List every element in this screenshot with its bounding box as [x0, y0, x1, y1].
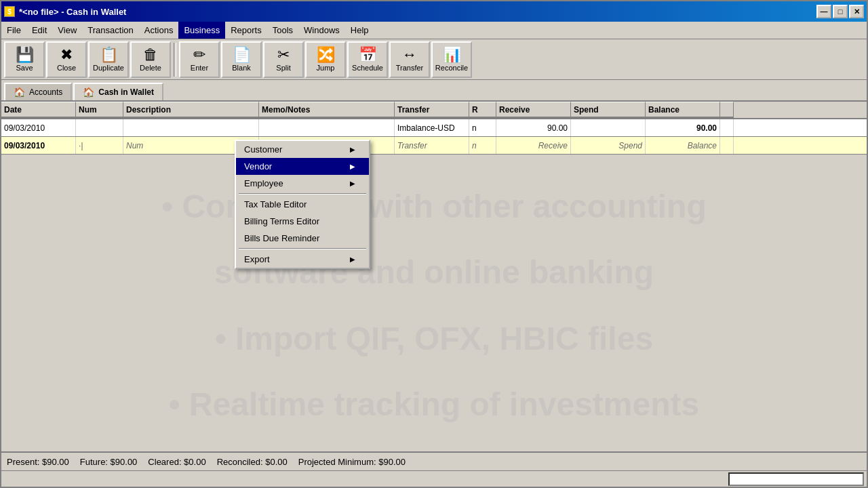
menu-tax-table[interactable]: Tax Table Editor [236, 196, 369, 213]
cell-date-1: 09/03/2010 [1, 119, 76, 136]
minimize-button[interactable]: — [816, 5, 831, 18]
col-r: R [469, 102, 496, 118]
menu-windows[interactable]: Windows [298, 22, 345, 39]
customer-arrow: ▶ [350, 146, 355, 153]
reconcile-icon: 📊 [443, 47, 461, 62]
col-receive: Receive [496, 102, 571, 118]
save-icon: 💾 [16, 47, 34, 62]
cash-tab-icon: 🏠 [83, 87, 94, 98]
tax-table-label: Tax Table Editor [244, 199, 307, 209]
blank-button[interactable]: 📄 Blank [221, 41, 262, 78]
cell-r-1: n [469, 119, 496, 136]
cell-num-input[interactable]: ·| [76, 137, 123, 154]
col-transfer: Transfer [395, 102, 469, 118]
schedule-button[interactable]: 📅 Schedule [347, 41, 388, 78]
table-body: 09/03/2010 Imbalance-USD n 90.00 90.00 0… [1, 119, 867, 451]
main-window: $ *<no file> - Cash in Wallet — □ ✕ File… [0, 0, 868, 488]
menu-transaction[interactable]: Transaction [82, 22, 138, 39]
table-area: Date Num Description Memo/Notes Transfer… [1, 102, 867, 451]
transfer-button[interactable]: ↔ Transfer [389, 41, 430, 78]
status-future: Future: $90.00 [80, 457, 138, 467]
accounts-tab-icon: 🏠 [14, 87, 25, 98]
menu-vendor[interactable]: Vendor ▶ [236, 158, 369, 175]
menu-reports[interactable]: Reports [225, 22, 267, 39]
billing-terms-label: Billing Terms Editor [244, 216, 319, 226]
menu-edit[interactable]: Edit [26, 22, 52, 39]
delete-icon: 🗑 [143, 47, 158, 62]
table-row[interactable]: 09/03/2010 Imbalance-USD n 90.00 90.00 [1, 119, 867, 137]
reconcile-label: Reconcile [435, 64, 468, 72]
col-description: Description [123, 102, 259, 118]
title-bar-buttons: — □ ✕ [816, 5, 864, 18]
toolbar-separator-1 [174, 43, 176, 77]
table-header: Date Num Description Memo/Notes Transfer… [1, 102, 867, 119]
cell-transfer-input[interactable]: Transfer [395, 137, 469, 154]
close-icon: ✖ [60, 47, 73, 62]
cell-num-1 [76, 119, 123, 136]
menu-tools[interactable]: Tools [267, 22, 298, 39]
save-button[interactable]: 💾 Save [4, 41, 45, 78]
delete-button[interactable]: 🗑 Delete [130, 41, 171, 78]
business-dropdown-menu: Customer ▶ Vendor ▶ Employee ▶ Tax Table… [235, 140, 370, 269]
menu-actions[interactable]: Actions [139, 22, 179, 39]
reconcile-button[interactable]: 📊 Reconcile [431, 41, 472, 78]
status-input-field[interactable] [728, 472, 864, 486]
schedule-icon: 📅 [359, 47, 377, 62]
cell-r-input: n [469, 137, 496, 154]
status-bar: Present: $90.00 Future: $90.00 Cleared: … [1, 451, 867, 470]
menu-export[interactable]: Export ▶ [236, 251, 369, 268]
menu-help[interactable]: Help [345, 22, 374, 39]
col-date: Date [1, 102, 76, 118]
employee-label: Employee [244, 178, 283, 188]
cell-spend-input[interactable]: Spend [571, 137, 646, 154]
cell-extra-input [720, 137, 734, 154]
split-label: Split [276, 64, 290, 72]
transfer-icon: ↔ [402, 47, 417, 62]
menu-employee[interactable]: Employee ▶ [236, 175, 369, 192]
cell-description-1 [123, 119, 259, 136]
cell-balance-input: Balance [646, 137, 720, 154]
cell-receive-1: 90.00 [496, 119, 571, 136]
duplicate-button[interactable]: 📋 Duplicate [88, 41, 129, 78]
cell-extra-1 [720, 119, 734, 136]
col-extra [720, 102, 734, 118]
table-row-input[interactable]: 09/03/2010 ·| Num Description Transfer n… [1, 137, 867, 155]
cell-receive-input[interactable]: Receive [496, 137, 571, 154]
jump-button[interactable]: 🔀 Jump [305, 41, 346, 78]
cell-balance-1: 90.00 [646, 119, 720, 136]
split-button[interactable]: ✂ Split [263, 41, 304, 78]
separator-2 [239, 248, 366, 249]
menu-business[interactable]: Business [178, 22, 225, 39]
blank-label: Blank [232, 64, 251, 72]
watermark-area: • Compatible with other accounting softw… [1, 160, 867, 451]
menu-bills-reminder[interactable]: Bills Due Reminder [236, 230, 369, 247]
close-button[interactable]: ✖ Close [46, 41, 87, 78]
title-bar-left: $ *<no file> - Cash in Wallet [4, 6, 126, 17]
col-spend: Spend [571, 102, 646, 118]
maximize-button[interactable]: □ [833, 5, 848, 18]
close-window-button[interactable]: ✕ [849, 5, 864, 18]
tab-cash-in-wallet[interactable]: 🏠 Cash in Wallet [73, 83, 163, 100]
menu-customer[interactable]: Customer ▶ [236, 141, 369, 158]
tab-accounts-label: Accounts [29, 87, 62, 97]
blank-icon: 📄 [233, 47, 251, 62]
col-memo: Memo/Notes [259, 102, 395, 118]
window-title: *<no file> - Cash in Wallet [19, 7, 126, 17]
tab-accounts[interactable]: 🏠 Accounts [4, 83, 72, 100]
watermark-line-3: • Import QIF, OFX, HBIC files [215, 319, 653, 359]
cell-date-input[interactable]: 09/03/2010 [1, 137, 76, 154]
transfer-label: Transfer [396, 64, 424, 72]
vendor-label: Vendor [244, 161, 272, 171]
menu-file[interactable]: File [1, 22, 26, 39]
export-label: Export [244, 254, 270, 264]
tab-cash-label: Cash in Wallet [98, 87, 154, 97]
cell-spend-1 [571, 119, 646, 136]
split-icon: ✂ [277, 47, 290, 62]
employee-arrow: ▶ [350, 180, 355, 187]
export-arrow: ▶ [350, 256, 355, 263]
menu-billing-terms[interactable]: Billing Terms Editor [236, 213, 369, 230]
status-reconciled: Reconciled: $0.00 [217, 457, 288, 467]
customer-label: Customer [244, 144, 282, 155]
menu-view[interactable]: View [52, 22, 82, 39]
enter-button[interactable]: ✏ Enter [179, 41, 220, 78]
